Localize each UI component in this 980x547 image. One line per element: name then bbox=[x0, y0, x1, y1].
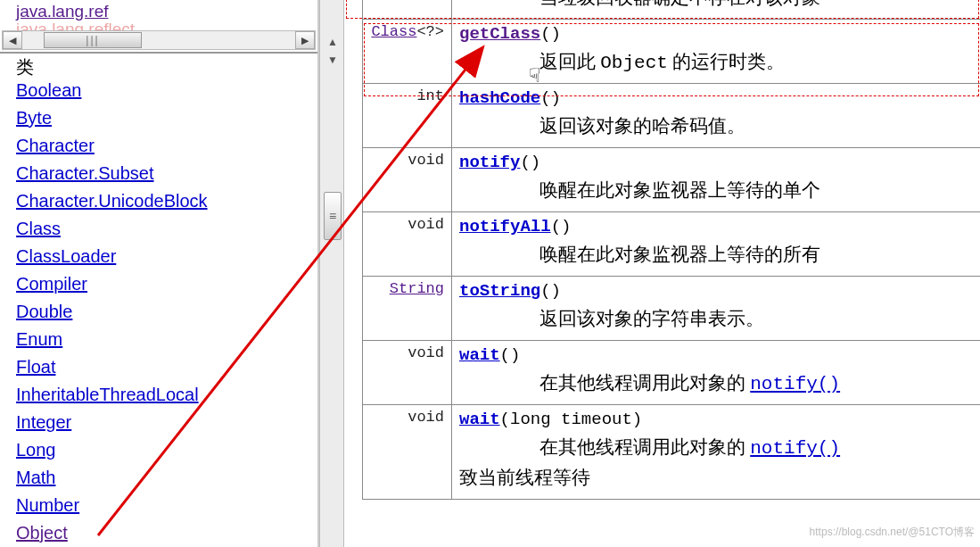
right-pane: void当垃圾回收器确定不存在对该对象Class<?>getClass()返回此… bbox=[344, 0, 980, 547]
class-link-integer[interactable]: Integer bbox=[16, 409, 317, 436]
class-link-math[interactable]: Math bbox=[16, 464, 317, 492]
scroll-left-button[interactable]: ◀ bbox=[3, 31, 22, 49]
table-row: Class<?>getClass()返回此 Object 的运行时类。 bbox=[363, 20, 981, 84]
class-link-float[interactable]: Float bbox=[16, 353, 317, 381]
method-link-hashcode[interactable]: hashCode bbox=[459, 88, 540, 108]
desc-notify-link[interactable]: notify() bbox=[750, 374, 840, 394]
return-type-cell: String bbox=[363, 277, 452, 341]
scroll-right-button[interactable]: ▶ bbox=[295, 31, 315, 49]
class-link-object[interactable]: Object bbox=[16, 519, 317, 547]
divider-down-icon[interactable]: ▼ bbox=[325, 54, 340, 66]
divider-up-icon[interactable]: ▲ bbox=[325, 36, 340, 48]
method-cell: notify()唤醒在此对象监视器上等待的单个 bbox=[452, 148, 981, 212]
class-link-byte[interactable]: Byte bbox=[16, 104, 317, 132]
class-link-number[interactable]: Number bbox=[16, 492, 317, 519]
method-link-wait[interactable]: wait bbox=[459, 345, 500, 365]
package-list-area: java.lang.ref java.lang.reflect ◀ ||| ▶ bbox=[0, 0, 317, 54]
method-description: 返回此 Object 的运行时类。 bbox=[459, 49, 980, 74]
table-row: voidnotify()唤醒在此对象监视器上等待的单个 bbox=[363, 148, 981, 212]
class-link-compiler[interactable]: Compiler bbox=[16, 270, 317, 298]
method-link-notify[interactable]: notify bbox=[459, 153, 520, 172]
method-link-getclass[interactable]: getClass bbox=[459, 24, 540, 44]
horizontal-scrollbar[interactable]: ◀ ||| ▶ bbox=[2, 30, 316, 50]
method-summary-table: void当垃圾回收器确定不存在对该对象Class<?>getClass()返回此… bbox=[362, 0, 980, 500]
method-cell: 当垃圾回收器确定不存在对该对象 bbox=[452, 0, 981, 20]
class-link-character-subset[interactable]: Character.Subset bbox=[16, 160, 317, 187]
method-cell: wait(long timeout)在其他线程调用此对象的 notify()致当… bbox=[452, 405, 981, 500]
scroll-thumb[interactable]: ||| bbox=[44, 32, 142, 48]
scroll-track[interactable]: ||| bbox=[22, 31, 295, 49]
method-cell: getClass()返回此 Object 的运行时类。 bbox=[452, 20, 981, 84]
class-link-boolean[interactable]: Boolean bbox=[16, 77, 317, 104]
return-type-cell: void bbox=[363, 212, 452, 277]
class-link-double[interactable]: Double bbox=[16, 298, 317, 326]
return-type-cell: void bbox=[363, 0, 452, 20]
method-description: 唤醒在此对象监视器上等待的单个 bbox=[459, 178, 980, 203]
method-link-notifyall[interactable]: notifyAll bbox=[459, 217, 551, 236]
return-type-cell: void bbox=[363, 405, 452, 500]
return-type-cell: void bbox=[363, 341, 452, 405]
method-description: 唤醒在此对象监视器上等待的所有 bbox=[459, 242, 980, 267]
table-row: voidnotifyAll()唤醒在此对象监视器上等待的所有 bbox=[363, 212, 981, 277]
table-row: void当垃圾回收器确定不存在对该对象 bbox=[363, 0, 981, 20]
method-link-tostring[interactable]: toString bbox=[459, 281, 540, 301]
package-link-ref[interactable]: java.lang.ref bbox=[16, 2, 109, 21]
method-cell: hashCode()返回该对象的哈希码值。 bbox=[452, 84, 981, 148]
table-row: voidwait()在其他线程调用此对象的 notify() bbox=[363, 341, 981, 405]
class-list: 类 BooleanByteCharacterCharacter.SubsetCh… bbox=[0, 54, 317, 547]
class-link-class[interactable]: Class bbox=[16, 215, 317, 243]
return-type-cell: int bbox=[363, 84, 452, 148]
class-link-long[interactable]: Long bbox=[16, 436, 317, 464]
watermark: https://blog.csdn.net/@51CTO博客 bbox=[810, 525, 975, 540]
vertical-divider[interactable]: ▲ ▼ ≡ bbox=[319, 0, 344, 547]
return-type-link[interactable]: String bbox=[390, 280, 444, 297]
class-link-inheritablethreadlocal[interactable]: InheritableThreadLocal bbox=[16, 381, 317, 409]
return-type-cell: void bbox=[363, 148, 452, 212]
table-row: voidwait(long timeout)在其他线程调用此对象的 notify… bbox=[363, 405, 981, 500]
method-description-extra: 致当前线程等待 bbox=[459, 465, 980, 490]
method-description: 返回该对象的字符串表示。 bbox=[459, 306, 980, 331]
method-description: 返回该对象的哈希码值。 bbox=[459, 113, 980, 138]
class-link-classloader[interactable]: ClassLoader bbox=[16, 243, 317, 270]
method-description: 当垃圾回收器确定不存在对该对象 bbox=[459, 0, 980, 10]
left-pane: java.lang.ref java.lang.reflect ◀ ||| ▶ … bbox=[0, 0, 319, 547]
method-cell: wait()在其他线程调用此对象的 notify() bbox=[452, 341, 981, 405]
divider-grip-icon[interactable]: ≡ bbox=[324, 192, 342, 240]
section-header: 类 bbox=[16, 57, 317, 77]
method-description: 在其他线程调用此对象的 notify() bbox=[459, 370, 980, 395]
class-link-character-unicodeblock[interactable]: Character.UnicodeBlock bbox=[16, 187, 317, 215]
table-row: StringtoString()返回该对象的字符串表示。 bbox=[363, 277, 981, 341]
table-row: inthashCode()返回该对象的哈希码值。 bbox=[363, 84, 981, 148]
method-cell: toString()返回该对象的字符串表示。 bbox=[452, 277, 981, 341]
method-cell: notifyAll()唤醒在此对象监视器上等待的所有 bbox=[452, 212, 981, 277]
class-link-character[interactable]: Character bbox=[16, 132, 317, 160]
method-description: 在其他线程调用此对象的 notify() bbox=[459, 435, 980, 460]
return-type-cell: Class<?> bbox=[363, 20, 452, 84]
method-link-wait[interactable]: wait bbox=[459, 410, 500, 429]
class-link-enum[interactable]: Enum bbox=[16, 326, 317, 353]
desc-notify-link[interactable]: notify() bbox=[750, 438, 840, 459]
return-type-link[interactable]: Class bbox=[371, 23, 416, 40]
